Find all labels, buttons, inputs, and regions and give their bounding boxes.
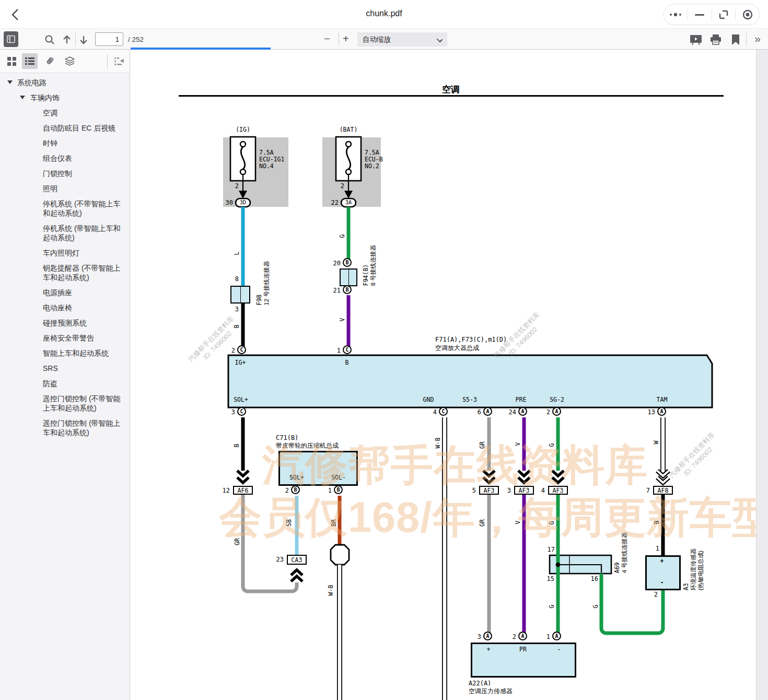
outline-item[interactable]: 遥控门锁控制 (不带智能上车和起动系统) bbox=[0, 394, 130, 413]
zoom-in-button[interactable]: + bbox=[343, 33, 349, 44]
outline-item[interactable]: 时钟 bbox=[0, 138, 130, 148]
presentation-mode-icon[interactable] bbox=[690, 33, 702, 46]
sensor-pin-label: + bbox=[487, 646, 491, 653]
pin-number: 17 bbox=[542, 546, 555, 553]
outline-item[interactable]: 车辆内饰 bbox=[0, 93, 130, 102]
document-title: chunk.pdf bbox=[0, 9, 768, 18]
pdf-page: 空调 bbox=[131, 50, 756, 700]
page-number-input[interactable] bbox=[95, 32, 123, 46]
bookmark-icon[interactable] bbox=[730, 33, 741, 46]
outline-item[interactable]: 自动防眩目 EC 后视镜 bbox=[0, 123, 130, 133]
divider bbox=[107, 54, 108, 68]
attachments-view-icon[interactable] bbox=[42, 53, 57, 69]
amp-pin-label: TAM bbox=[657, 396, 668, 403]
amp-pin-label: PRE bbox=[516, 396, 527, 403]
pin: 21B bbox=[343, 285, 352, 294]
sidebar-view-buttons bbox=[0, 50, 130, 73]
sidebar-toggle-button[interactable] bbox=[4, 31, 18, 47]
print-icon[interactable] bbox=[709, 33, 722, 46]
connector-ca3: 23CA3 bbox=[287, 555, 307, 565]
fuse-name: ECU-IG1 bbox=[259, 156, 284, 163]
record-icon[interactable] bbox=[739, 7, 757, 22]
amp-pin-label: S5-3 bbox=[462, 396, 477, 403]
zoom-level-select[interactable]: 自动缩放 bbox=[357, 32, 447, 46]
pin: 13A bbox=[657, 407, 666, 416]
fuse-tag: (IG) bbox=[236, 126, 250, 133]
outline-view-icon[interactable] bbox=[22, 53, 38, 69]
connector-oval-label: 3A bbox=[345, 200, 352, 205]
outline-item[interactable]: 门锁控制 bbox=[0, 169, 130, 178]
window-controls bbox=[664, 4, 760, 25]
junction-f94-box bbox=[340, 269, 357, 286]
outline-item[interactable]: 智能上车和起动系统 bbox=[0, 348, 130, 358]
outline-item[interactable]: 钥匙提醒器 (不带智能上车和起动系统) bbox=[0, 263, 130, 282]
titlebar: chunk.pdf bbox=[0, 0, 768, 29]
expand-triangle-icon[interactable] bbox=[7, 80, 13, 84]
search-icon[interactable] bbox=[44, 34, 55, 45]
next-page-icon[interactable] bbox=[78, 34, 89, 45]
pin: 2C bbox=[237, 345, 246, 354]
outline-item[interactable]: 防盗 bbox=[0, 379, 130, 388]
thumbnails-view-icon[interactable] bbox=[4, 53, 19, 69]
outline-item[interactable]: 电源插座 bbox=[0, 288, 130, 297]
diagram-title: 空调 bbox=[442, 84, 460, 96]
outline-item[interactable]: 电动座椅 bbox=[0, 303, 130, 312]
chevron-down-icon bbox=[437, 37, 443, 42]
pin: 24A bbox=[518, 407, 527, 416]
pin: 4C bbox=[439, 407, 448, 416]
wire-label: B bbox=[233, 444, 240, 448]
junction-f94-label: F94(B)8 号接线连接器 bbox=[362, 245, 377, 286]
pin: 2A bbox=[552, 407, 561, 416]
wiring-layer bbox=[131, 50, 756, 700]
connector-number: 22 bbox=[326, 199, 339, 206]
outline-item[interactable]: 组合仪表 bbox=[0, 154, 130, 163]
wire-label: V bbox=[339, 318, 346, 322]
pin-number: 16 bbox=[586, 575, 598, 582]
fuse-tag: (BAT) bbox=[340, 126, 358, 133]
amp-pin-label: IG+ bbox=[235, 359, 246, 366]
pin: 1A bbox=[552, 632, 561, 640]
scrollbar[interactable] bbox=[756, 50, 768, 700]
layers-view-icon[interactable] bbox=[62, 53, 77, 69]
outline-item[interactable]: 空调 bbox=[0, 108, 130, 118]
outline-item[interactable]: 遥控门锁控制 (带智能上车和起动系统) bbox=[0, 418, 130, 437]
wire-label: W-B bbox=[327, 585, 334, 596]
watermark-text: 汽修帮手在线资料库 bbox=[262, 437, 648, 494]
outline-item[interactable]: SRS bbox=[0, 364, 130, 373]
pin-number: 3 bbox=[226, 306, 239, 313]
fuse-name: ECU-B bbox=[365, 156, 383, 163]
wire-label: G bbox=[592, 605, 599, 609]
outline-item[interactable]: 照明 bbox=[0, 184, 130, 193]
outline-item[interactable]: 座椅安全带警告 bbox=[0, 333, 130, 343]
wire-label: W bbox=[653, 441, 660, 445]
divider bbox=[688, 9, 688, 20]
outline-item[interactable]: 停机系统 (带智能上车和起动系统) bbox=[0, 224, 130, 242]
minimize-icon[interactable] bbox=[691, 7, 708, 22]
amp-pin-label: B bbox=[345, 359, 349, 366]
current-outline-item-icon[interactable] bbox=[111, 53, 127, 69]
pdf-toolbar: / 252 − + 自动缩放 » bbox=[0, 29, 768, 50]
amplifier-ref: F71(A),F73(C),m1(D) bbox=[435, 336, 507, 343]
sidebar: 系统电路 车辆内饰 空调 自动防眩目 EC 后视镜 时钟 组合仪表 门锁控制 照… bbox=[0, 50, 130, 700]
wire-label: L bbox=[233, 252, 240, 255]
pin-number: 15 bbox=[542, 575, 554, 582]
expand-triangle-icon[interactable] bbox=[20, 96, 25, 99]
wire-label: G bbox=[339, 235, 346, 238]
watermark-text: 会员仅168/年，每周更新车型 bbox=[219, 489, 756, 546]
page-count: / 252 bbox=[128, 36, 144, 43]
amp-pin-label: SG-2 bbox=[550, 396, 564, 403]
amp-pin-label: GND bbox=[423, 396, 434, 403]
pin: 3C bbox=[237, 407, 246, 416]
maximize-icon[interactable] bbox=[715, 7, 732, 22]
more-options-icon[interactable] bbox=[667, 7, 684, 22]
outline-item[interactable]: 系统电路 bbox=[0, 78, 130, 87]
previous-page-icon[interactable] bbox=[62, 34, 72, 45]
zoom-out-button[interactable]: − bbox=[324, 33, 330, 44]
divider bbox=[75, 32, 76, 45]
outline-tree: 系统电路 车辆内饰 空调 自动防眩目 EC 后视镜 时钟 组合仪表 门锁控制 照… bbox=[0, 74, 130, 700]
outline-item[interactable]: 车内照明灯 bbox=[0, 248, 130, 258]
zoom-level-value: 自动缩放 bbox=[363, 35, 391, 44]
outline-item[interactable]: 停机系统 (不带智能上车和起动系统) bbox=[0, 199, 130, 218]
outline-item[interactable]: 碰撞预测系统 bbox=[0, 318, 130, 328]
more-tools-icon[interactable]: » bbox=[751, 32, 764, 45]
